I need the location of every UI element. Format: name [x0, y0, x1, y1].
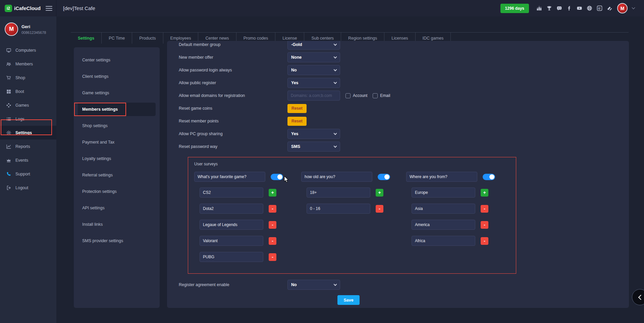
- survey-answer-input[interactable]: [200, 204, 263, 214]
- save-button[interactable]: Save: [337, 295, 360, 305]
- checkbox-box-icon: [373, 93, 378, 98]
- survey-answer-input[interactable]: [200, 220, 263, 230]
- chevron-left-icon: [638, 294, 644, 300]
- survey-answer-input[interactable]: [200, 252, 263, 262]
- monitor-icon: [6, 48, 11, 53]
- add-answer-button[interactable]: +: [481, 189, 488, 197]
- sidebar-item-label: Shop: [15, 75, 25, 80]
- survey-answer-input[interactable]: [307, 187, 370, 198]
- menu-toggle-icon[interactable]: [46, 5, 52, 12]
- reset-password-way-select[interactable]: SMS: [287, 142, 340, 152]
- sidebar-item-games[interactable]: Games: [0, 98, 56, 112]
- survey-answer-input[interactable]: [200, 236, 263, 246]
- sidebar-item-members[interactable]: Members: [0, 57, 56, 71]
- submenu-item-shop-settings[interactable]: Shop settings: [78, 119, 156, 132]
- survey-answer-row: -: [200, 236, 301, 246]
- submenu-item-sms-provider-settings[interactable]: SMS provider settings: [78, 234, 156, 248]
- sidebar-item-label: Computers: [15, 48, 36, 53]
- avatar[interactable]: M: [617, 3, 628, 13]
- sidebar-item-logout[interactable]: Logout: [0, 181, 56, 195]
- sidebar-item-events[interactable]: Events: [0, 153, 56, 167]
- user-block[interactable]: M Geri 008612345678: [0, 16, 56, 41]
- account-checkbox[interactable]: Account: [345, 93, 367, 98]
- facebook-icon[interactable]: [567, 5, 572, 11]
- chevron-down-icon[interactable]: [632, 6, 635, 9]
- remove-answer-button[interactable]: -: [269, 237, 276, 245]
- survey-answer-input[interactable]: [412, 204, 475, 214]
- sidebar-item-shop[interactable]: Shop: [0, 71, 56, 85]
- globe-icon[interactable]: [587, 5, 592, 11]
- survey-answer-input[interactable]: [412, 220, 475, 230]
- submenu-item-payment-and-tax[interactable]: Payment and Tax: [78, 136, 156, 149]
- sidebar-item-reports[interactable]: Reports: [0, 140, 56, 153]
- remove-answer-button[interactable]: -: [481, 237, 488, 245]
- survey-answer-row: +: [307, 187, 406, 198]
- sidebar-item-logs[interactable]: Logs: [0, 112, 56, 126]
- allow-password-login-always-select[interactable]: No: [287, 65, 340, 75]
- trophy-icon[interactable]: [546, 5, 552, 11]
- register-agreement-enable-select[interactable]: No: [287, 280, 340, 290]
- submenu-item-install-links[interactable]: Install links: [78, 218, 156, 231]
- sidebar-item-settings[interactable]: Settings: [0, 126, 56, 140]
- submenu-item-game-settings[interactable]: Game settings: [78, 86, 156, 100]
- form-label: Allow password login always: [179, 68, 287, 72]
- survey-answer-row: -: [412, 236, 516, 246]
- survey-answer-input[interactable]: [412, 187, 475, 198]
- submenu-item-client-settings[interactable]: Client settings: [78, 70, 156, 83]
- remove-answer-button[interactable]: -: [481, 221, 488, 229]
- submenu-item-protection-settings[interactable]: Protection settings: [78, 185, 156, 198]
- survey-answer-input[interactable]: [200, 187, 263, 198]
- remove-answer-button[interactable]: -: [481, 205, 488, 213]
- ranking-icon[interactable]: [536, 5, 542, 11]
- form-label: Register agreement enable: [179, 282, 287, 287]
- survey-enabled-toggle[interactable]: [378, 174, 390, 180]
- youtube-icon[interactable]: [577, 5, 582, 11]
- selected-value: No: [291, 282, 297, 287]
- new-member-offer-select[interactable]: None: [287, 52, 340, 62]
- default-member-group-select[interactable]: -Gold: [287, 41, 340, 50]
- survey-question-input[interactable]: [406, 172, 477, 182]
- discord-icon[interactable]: [556, 5, 562, 11]
- sidebar-item-support[interactable]: Support: [0, 167, 56, 181]
- survey-column-2: + -: [301, 172, 406, 268]
- submenu-item-loyalty-settings[interactable]: Loyalty settings: [78, 152, 156, 165]
- collapse-panel-button[interactable]: [632, 289, 644, 305]
- submenu-item-referral-settings[interactable]: Referral settings: [78, 168, 156, 182]
- reset-member-points-button[interactable]: Reset: [287, 117, 307, 126]
- remove-answer-button[interactable]: -: [269, 205, 276, 213]
- submenu-item-center-settings[interactable]: Center settings: [78, 53, 156, 67]
- remove-answer-button[interactable]: -: [376, 205, 383, 213]
- sidebar-item-label: Logs: [15, 117, 24, 121]
- reset-game-coins-button[interactable]: Reset: [287, 104, 307, 113]
- list-icon: [6, 116, 11, 122]
- form-label: New member offer: [179, 55, 287, 60]
- survey-enabled-toggle[interactable]: [271, 174, 283, 180]
- survey-enabled-toggle[interactable]: [483, 174, 495, 180]
- icafecloud-icon[interactable]: i2: [597, 5, 602, 11]
- survey-answer-row: +: [200, 187, 301, 198]
- tab-products[interactable]: Products: [132, 33, 163, 44]
- sidebar-item-computers[interactable]: Computers: [0, 43, 56, 57]
- remove-answer-button[interactable]: -: [269, 221, 276, 229]
- survey-question-input[interactable]: [301, 172, 372, 182]
- email-checkbox[interactable]: Email: [373, 93, 390, 98]
- survey-column-1: + - - - -: [194, 172, 301, 268]
- add-answer-button[interactable]: +: [269, 189, 276, 197]
- survey-question-input[interactable]: [194, 172, 265, 182]
- allow-public-register-select[interactable]: Yes: [287, 78, 340, 88]
- allow-email-domains-for-registration-input[interactable]: [287, 91, 340, 101]
- survey-answer-input[interactable]: [307, 204, 370, 214]
- gear-icon: [6, 130, 11, 136]
- license-days-badge[interactable]: 1296 days: [500, 4, 529, 13]
- submenu-item-api-settings[interactable]: API settings: [78, 201, 156, 215]
- covers-icon[interactable]: [607, 5, 612, 11]
- allow-pc-group-sharing-select[interactable]: Yes: [287, 129, 340, 139]
- submenu-item-members-settings[interactable]: Members settings: [78, 103, 156, 116]
- survey-answer-input[interactable]: [412, 236, 475, 246]
- sidebar-item-boot[interactable]: Boot: [0, 85, 56, 98]
- tab-settings[interactable]: Settings: [71, 33, 102, 44]
- add-answer-button[interactable]: +: [376, 189, 383, 197]
- remove-answer-button[interactable]: -: [269, 253, 276, 261]
- cafe-title: [dev]Test Cafe: [63, 5, 95, 11]
- tab-pc-time[interactable]: PC Time: [102, 33, 132, 44]
